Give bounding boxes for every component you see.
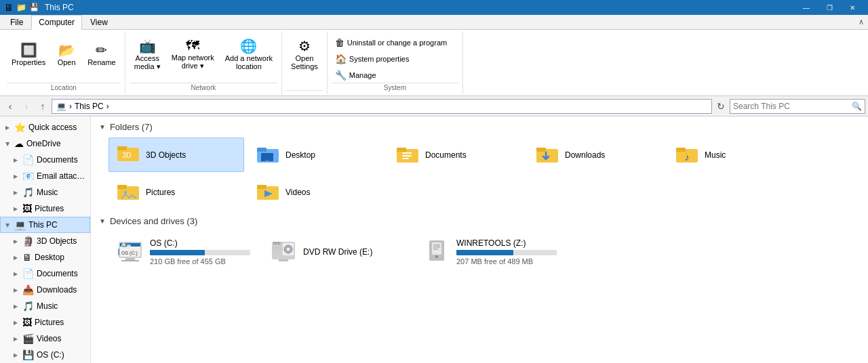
svg-rect-9	[402, 152, 412, 154]
folder-videos-label: Videos	[285, 188, 310, 197]
back-button[interactable]: ‹	[3, 99, 18, 114]
folder-music[interactable]: ♪ Music	[667, 137, 803, 172]
sidebar-item-this-pc[interactable]: ▶ 💻 This PC	[0, 217, 90, 233]
tab-file[interactable]: File	[3, 15, 31, 29]
sidebar-item-os-c[interactable]: ▶ 💾 OS (C:)	[0, 347, 90, 363]
folders-section-title: Folders (7)	[110, 122, 153, 132]
svg-rect-44	[433, 249, 438, 250]
folders-grid: 3D 3D Objects Desktop	[108, 137, 860, 208]
minimize-button[interactable]: —	[795, 0, 818, 15]
folder-downloads[interactable]: Downloads	[528, 137, 663, 172]
osc-icon: 💾	[22, 349, 34, 360]
folder-3d-objects[interactable]: 3D 3D Objects	[108, 137, 244, 172]
system-group-label: System	[332, 83, 458, 93]
sidebar-item-onedrive[interactable]: ▶ ☁ OneDrive	[0, 135, 90, 152]
address-bar[interactable]: 💻 › This PC ›	[52, 99, 712, 114]
search-input[interactable]	[733, 102, 849, 111]
sidebar-item-quick-access[interactable]: ▶ ⭐ Quick access	[0, 119, 90, 135]
content-area: ▼ Folders (7) 3D 3D Objects	[91, 116, 868, 363]
svg-rect-13	[536, 148, 546, 152]
tab-computer[interactable]: Computer	[31, 15, 82, 30]
main-container: ▶ ⭐ Quick access ▶ ☁ OneDrive ▶ 📄 Docume…	[0, 116, 868, 363]
folders-section-header[interactable]: ▼ Folders (7)	[99, 122, 860, 132]
sidebar-item-music[interactable]: ▶ 🎵 Music	[0, 298, 90, 314]
open-settings-button[interactable]: ⚙ OpenSettings	[286, 34, 323, 74]
folder-music-label: Music	[705, 150, 726, 160]
dl-label: Downloads	[37, 285, 77, 295]
sidebar-item-videos[interactable]: ▶ 🎬 Videos	[0, 330, 90, 347]
email-icon: 📧	[22, 171, 34, 182]
sidebar-item-onedrive-pictures[interactable]: ▶ 🖼 Pictures	[0, 200, 90, 217]
ribbon-location-group: 🔲 Properties 📂 Open ✏ Rename Location	[3, 31, 125, 94]
dl-arrow: ▶	[12, 287, 20, 293]
desktop-label: Desktop	[35, 253, 64, 262]
refresh-button[interactable]: ↻	[713, 99, 728, 114]
close-button[interactable]: ✕	[841, 0, 864, 15]
sidebar-item-onedrive-music[interactable]: ▶ 🎵 Music	[0, 184, 90, 200]
folder-desktop[interactable]: Desktop	[248, 137, 384, 172]
folder-pictures[interactable]: Pictures	[108, 176, 244, 208]
address-end-arrow: ›	[106, 102, 109, 111]
settings-group-label	[286, 90, 323, 93]
svg-point-45	[435, 255, 438, 258]
devices-section-header[interactable]: ▼ Devices and drives (3)	[99, 216, 860, 226]
map-drive-label: Map networkdrive ▾	[172, 54, 214, 70]
network-group-label: network	[130, 83, 277, 93]
location-group-label: Location	[7, 83, 121, 93]
sidebar-item-documents[interactable]: ▶ 📄 Documents	[0, 265, 90, 282]
uninstall-button[interactable]: 🗑 Uninstall or change a program	[332, 35, 450, 50]
osc-arrow: ▶	[12, 352, 20, 358]
svg-rect-43	[433, 247, 440, 248]
sidebar-item-downloads[interactable]: ▶ 📥 Downloads	[0, 282, 90, 298]
onedrive-icon: ☁	[14, 138, 24, 149]
dl-icon: 📥	[22, 284, 34, 295]
svg-point-19	[124, 191, 127, 194]
open-button[interactable]: 📂 Open	[52, 34, 81, 74]
opic-arrow: ▶	[12, 206, 20, 212]
vid-icon: 🎬	[22, 333, 34, 344]
folder-documents-icon	[395, 144, 420, 166]
map-network-drive-button[interactable]: 🗺 Map networkdrive ▾	[167, 34, 219, 74]
system-properties-button[interactable]: 🏠 System properties	[332, 51, 450, 66]
properties-button[interactable]: 🔲 Properties	[7, 34, 50, 74]
address-separator: ›	[69, 102, 72, 111]
svg-rect-35	[273, 245, 281, 251]
tab-view[interactable]: View	[83, 15, 115, 29]
manage-button[interactable]: 🔧 Manage	[332, 68, 450, 83]
sidebar-item-3d-objects[interactable]: ▶ 🗿 3D Objects	[0, 233, 90, 249]
sidebar-item-pictures[interactable]: ▶ 🖼 Pictures	[0, 314, 90, 330]
svg-rect-42	[433, 244, 440, 246]
osc-label: OS (C:)	[37, 350, 64, 360]
manage-icon: 🔧	[335, 70, 347, 81]
window-title: This PC	[45, 3, 74, 12]
omusic-icon: 🎵	[22, 187, 34, 198]
rename-button[interactable]: ✏ Rename	[83, 34, 121, 74]
3dobj-label: 3D Objects	[37, 236, 77, 246]
device-os-c[interactable]: OS (C:) OS (C:) 210 GB free of 455 GB	[108, 232, 258, 272]
up-button[interactable]: ↑	[35, 99, 50, 114]
access-media-button[interactable]: 📺 Accessmedia ▾	[130, 34, 165, 74]
search-bar[interactable]: 🔍	[730, 99, 865, 114]
sidebar-item-email-attachments[interactable]: ▶ 📧 Email attachments	[0, 168, 90, 184]
onedrive-arrow: ▶	[5, 140, 11, 148]
folder-videos[interactable]: Videos	[248, 176, 384, 208]
device-dvd[interactable]: DVD DVD RW Drive (E:)	[262, 232, 411, 272]
forward-button[interactable]: ›	[19, 99, 34, 114]
folder-downloads-label: Downloads	[565, 150, 605, 160]
quick-access-icon: ⭐	[14, 122, 26, 133]
add-network-location-button[interactable]: 🌐 Add a networklocation	[220, 34, 277, 74]
folder-documents[interactable]: Documents	[388, 137, 524, 172]
maximize-button[interactable]: ❐	[818, 0, 841, 15]
sidebar-item-onedrive-documents[interactable]: ▶ 📄 Documents	[0, 152, 90, 168]
sidebar-item-desktop[interactable]: ▶ 🖥 Desktop	[0, 249, 90, 265]
address-computer-icon: 💻	[56, 102, 66, 111]
folder-pictures-icon	[116, 181, 140, 203]
manage-label: Manage	[349, 71, 376, 79]
device-winretools[interactable]: WINRETOOLS (Z:) 207 MB free of 489 MB	[415, 232, 564, 272]
device-winretools-icon	[422, 236, 451, 267]
svg-text:DVD: DVD	[273, 241, 281, 245]
vid-label: Videos	[37, 334, 61, 343]
svg-rect-28	[125, 258, 135, 260]
devices-chevron: ▼	[99, 217, 106, 225]
ribbon-collapse-btn[interactable]: ∧	[854, 16, 868, 28]
